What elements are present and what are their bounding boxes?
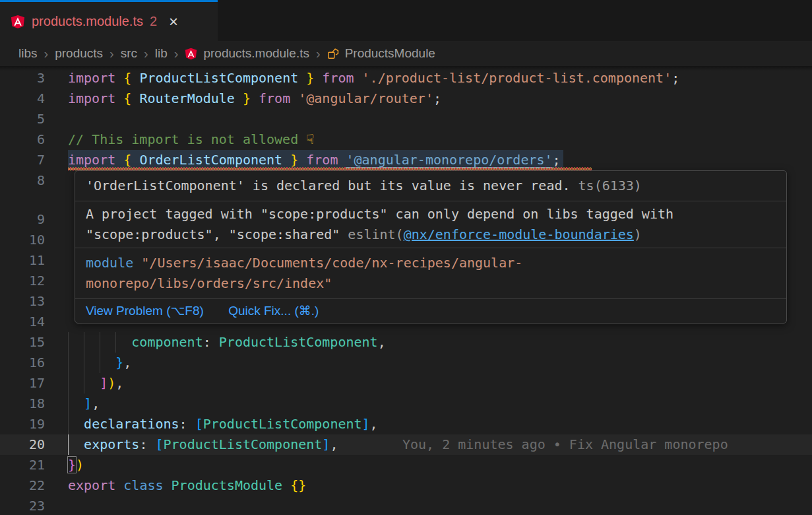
diagnostic-eslint: A project tagged with "scope:products" c… — [75, 201, 786, 248]
code-text: export class ProductsModule {} — [68, 475, 306, 496]
quick-fix-action[interactable]: Quick Fix... (⌘.) — [228, 304, 319, 318]
diagnostic-eslint-line2: "scope:products", "scope:shared" eslint(… — [86, 224, 776, 245]
line-number: 5 — [0, 109, 45, 129]
code-text: declarations: [ProductListComponent], — [68, 414, 378, 434]
angular-icon — [185, 48, 197, 60]
code-text: ]), — [68, 373, 123, 394]
code-text: // This import is not allowed ☟ — [68, 129, 314, 150]
diagnostic-ts: 'OrderListComponent' is declared but its… — [75, 171, 786, 201]
breadcrumb-separator: › — [44, 46, 49, 61]
code-line-18[interactable]: 18 ], — [0, 394, 812, 414]
code-line-17[interactable]: 17 ]), — [0, 373, 812, 394]
view-problem-action[interactable]: View Problem (⌥F8) — [86, 304, 204, 318]
line-number: 4 — [0, 88, 45, 109]
eslint-rule-link[interactable]: @nx/enforce-module-boundaries — [404, 226, 634, 242]
breadcrumb-separator: › — [316, 46, 321, 61]
hover-actions: View Problem (⌥F8) Quick Fix... (⌘.) — [75, 299, 786, 323]
line-number: 23 — [0, 496, 45, 515]
tab-title: products.module.ts — [32, 14, 143, 29]
code-line-3[interactable]: 3import { ProductListComponent } from '.… — [0, 68, 812, 88]
breadcrumb-item-libs[interactable]: libs — [18, 46, 38, 61]
line-number: 3 — [0, 68, 45, 88]
line-number: 18 — [0, 394, 45, 414]
class-symbol-icon — [327, 48, 339, 59]
breadcrumb-separator: › — [109, 46, 114, 61]
line-number: 15 — [0, 332, 45, 353]
tab-products-module[interactable]: products.module.ts 2 × — [0, 0, 218, 41]
code-text: import { RouterModule } from '@angular/r… — [68, 88, 441, 109]
code-line-22[interactable]: 22export class ProductsModule {} — [0, 475, 812, 496]
line-number: 14 — [0, 312, 45, 332]
code-line-21[interactable]: 21}) — [0, 455, 812, 475]
breadcrumb-separator: › — [144, 46, 148, 61]
breadcrumb-item-products[interactable]: products — [55, 46, 103, 61]
line-number: 8 — [0, 170, 45, 191]
module-info: module "/Users/isaac/Documents/code/nx-r… — [75, 248, 786, 299]
editor-scroll-shadow — [0, 66, 812, 71]
code-text: exports: [ProductListComponent], — [68, 434, 338, 455]
line-number: 21 — [0, 455, 45, 475]
angular-icon — [11, 15, 25, 29]
git-blame-annotation: You, 2 minutes ago • Fix Angular monorep… — [402, 434, 728, 455]
code-text: ], — [68, 394, 100, 414]
breadcrumb-separator: › — [174, 46, 179, 61]
line-number: 20 — [0, 434, 45, 455]
vscode-window: { "tab": { "title": "products.module.ts"… — [0, 0, 812, 515]
code-text: import { ProductListComponent } from './… — [68, 68, 679, 88]
diagnostic-eslint-line1: A project tagged with "scope:products" c… — [86, 204, 776, 224]
code-line-23[interactable]: 23 — [0, 496, 812, 515]
tab-bar: products.module.ts 2 × — [0, 0, 812, 41]
error-hover-popup: 'OrderListComponent' is declared but its… — [75, 170, 787, 324]
line-number: 9 — [0, 209, 45, 230]
line-number: 7 — [0, 150, 45, 170]
tab-problems-badge: 2 — [150, 14, 157, 29]
code-text: }, — [68, 353, 131, 373]
breadcrumb: libs › products › src › lib › products.m… — [0, 41, 812, 66]
line-number: 17 — [0, 373, 45, 394]
line-number: 16 — [0, 353, 45, 373]
code-line-4[interactable]: 4import { RouterModule } from '@angular/… — [0, 88, 812, 109]
line-number: 10 — [0, 230, 45, 250]
code-line-19[interactable]: 19 declarations: [ProductListComponent], — [0, 414, 812, 434]
diagnostic-ts-source: ts(6133) — [578, 178, 642, 193]
line-number: 11 — [0, 250, 45, 271]
diagnostic-ts-message: 'OrderListComponent' is declared but its… — [86, 178, 571, 193]
code-text: component: ProductListComponent, — [68, 332, 386, 353]
breadcrumb-item-symbol[interactable]: ProductsModule — [345, 46, 435, 61]
line-number: 12 — [0, 271, 45, 291]
code-line-5[interactable]: 5 — [0, 109, 812, 129]
code-line-16[interactable]: 16 }, — [0, 353, 812, 373]
code-editor[interactable]: 3import { ProductListComponent } from '.… — [0, 66, 812, 515]
breadcrumb-item-lib[interactable]: lib — [155, 46, 168, 61]
line-number: 19 — [0, 414, 45, 434]
code-line-6[interactable]: 6// This import is not allowed ☟ — [0, 129, 812, 150]
code-line-20[interactable]: 20 exports: [ProductListComponent],You, … — [0, 434, 812, 455]
code-text: }) — [68, 455, 84, 475]
module-path-line1: "/Users/isaac/Documents/code/nx-recipes/… — [141, 255, 522, 271]
close-icon[interactable]: × — [169, 14, 178, 30]
breadcrumb-item-src[interactable]: src — [121, 46, 137, 61]
line-number: 13 — [0, 291, 45, 312]
module-keyword: module — [86, 255, 133, 271]
line-number: 6 — [0, 129, 45, 150]
code-line-15[interactable]: 15 component: ProductListComponent, — [0, 332, 812, 353]
line-number: 22 — [0, 475, 45, 496]
module-path-line2: monorepo/libs/orders/src/index" — [86, 275, 332, 291]
breadcrumb-item-file[interactable]: products.module.ts — [203, 46, 309, 61]
